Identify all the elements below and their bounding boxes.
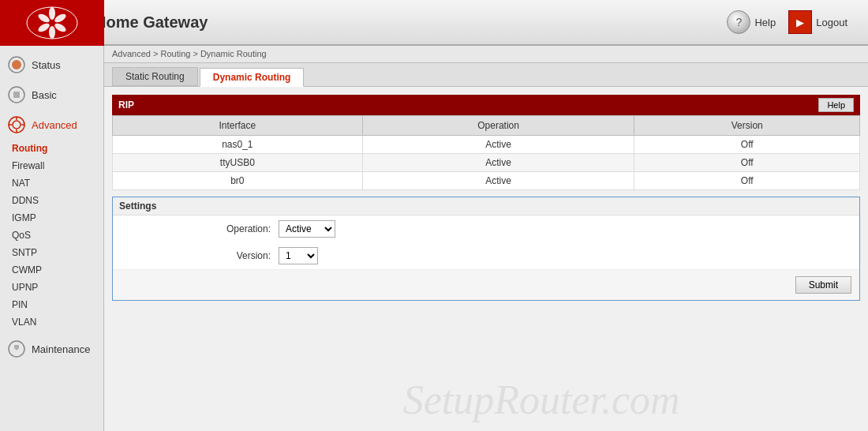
app-title: EchoLife Home Gateway	[24, 13, 727, 32]
table-row: ttyUSB0ActiveOff	[113, 154, 860, 172]
svg-point-5	[37, 22, 51, 34]
svg-point-2	[53, 13, 67, 24]
breadcrumb: Advanced > Routing > Dynamic Routing	[104, 46, 868, 63]
rip-help-button[interactable]: Help	[818, 98, 854, 112]
settings-box: Settings Operation: Active Inactive Vers…	[112, 197, 860, 301]
svg-point-1	[49, 7, 55, 20]
logout-button[interactable]: ▶ Logout	[788, 10, 847, 34]
sidebar-sub-pin[interactable]: PIN	[0, 296, 103, 313]
version-row: Version: 1 2	[113, 242, 859, 269]
table-row: br0ActiveOff	[113, 172, 860, 190]
logout-label: Logout	[816, 17, 847, 28]
col-operation: Operation	[362, 116, 634, 136]
version-label: Version:	[121, 250, 279, 261]
maintenance-label: Maintenance	[32, 343, 90, 355]
logout-icon: ▶	[788, 10, 812, 34]
main-content: Advanced > Routing > Dynamic Routing Sta…	[104, 46, 868, 431]
rip-table: Interface Operation Version nas0_1Active…	[112, 115, 860, 190]
help-icon: ?	[727, 10, 750, 34]
status-label: Status	[32, 59, 61, 71]
sidebar-item-status[interactable]: Status	[0, 50, 103, 80]
help-button[interactable]: ? Help	[727, 10, 776, 34]
advanced-icon	[8, 116, 25, 133]
watermark: SetupRouter.com	[403, 377, 680, 423]
sidebar-item-advanced[interactable]: Advanced	[0, 110, 103, 140]
sidebar-sub-nat[interactable]: NAT	[0, 174, 103, 192]
operation-row: Operation: Active Inactive	[113, 216, 859, 242]
basic-label: Basic	[32, 89, 57, 101]
sidebar-sub-vlan[interactable]: VLAN	[0, 313, 103, 331]
submit-row: Submit	[113, 269, 859, 300]
table-row: nas0_1ActiveOff	[113, 136, 860, 154]
huawei-logo	[24, 6, 80, 40]
tab-bar: Static Routing Dynamic Routing	[104, 63, 868, 87]
tab-dynamic-routing[interactable]: Dynamic Routing	[200, 68, 305, 87]
advanced-label: Advanced	[32, 119, 77, 131]
svg-point-12	[13, 121, 21, 129]
operation-label: Operation:	[121, 223, 279, 234]
sidebar-item-maintenance[interactable]: Maintenance	[0, 334, 103, 364]
rip-header: RIP Help	[112, 95, 860, 115]
svg-point-6	[37, 13, 51, 24]
sidebar: Status Basic Advanced Routing	[0, 46, 104, 431]
logo-area	[0, 0, 104, 46]
svg-point-4	[49, 26, 55, 39]
col-version: Version	[634, 116, 860, 136]
breadcrumb-text: Advanced > Routing > Dynamic Routing	[112, 49, 267, 58]
basic-icon	[8, 86, 25, 103]
svg-point-8	[12, 60, 21, 69]
svg-rect-10	[13, 92, 20, 98]
maintenance-icon	[8, 340, 25, 358]
sidebar-sub-routing[interactable]: Routing	[0, 140, 103, 157]
rip-section: RIP Help Interface Operation Version nas…	[112, 95, 860, 190]
col-interface: Interface	[113, 116, 363, 136]
submit-button[interactable]: Submit	[795, 276, 851, 294]
sidebar-sub-cwmp[interactable]: CWMP	[0, 261, 103, 279]
page-content: RIP Help Interface Operation Version nas…	[104, 87, 868, 309]
svg-point-3	[53, 22, 67, 34]
version-select[interactable]: 1 2	[279, 247, 318, 264]
sidebar-sub-upnp[interactable]: UPNP	[0, 279, 103, 296]
settings-title: Settings	[113, 197, 859, 216]
tab-static-routing[interactable]: Static Routing	[112, 67, 198, 86]
sidebar-sub-ddns[interactable]: DDNS	[0, 192, 103, 209]
sidebar-sub-firewall[interactable]: Firewall	[0, 157, 103, 174]
sidebar-sub-igmp[interactable]: IGMP	[0, 209, 103, 227]
sidebar-item-basic[interactable]: Basic	[0, 80, 103, 110]
status-icon	[8, 56, 25, 73]
rip-title: RIP	[118, 99, 134, 111]
sidebar-sub-qos[interactable]: QoS	[0, 227, 103, 244]
help-label: Help	[754, 17, 776, 28]
operation-select[interactable]: Active Inactive	[279, 220, 335, 238]
sidebar-sub-sntp[interactable]: SNTP	[0, 244, 103, 261]
